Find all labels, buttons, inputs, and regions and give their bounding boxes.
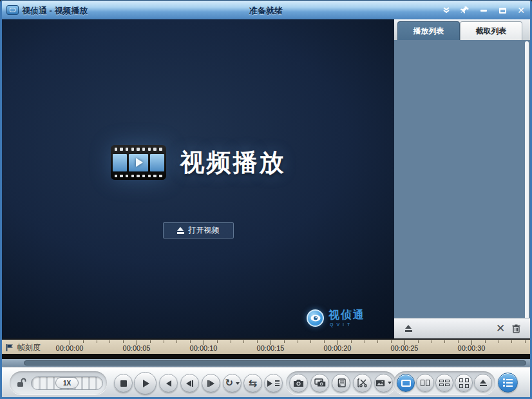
- scissors-icon: [357, 378, 368, 387]
- minimize-icon[interactable]: [478, 5, 489, 15]
- remove-icon: ✕: [496, 323, 505, 334]
- snapshot-button[interactable]: [289, 374, 308, 393]
- step-back-icon: [186, 380, 194, 387]
- play-icon: [143, 380, 149, 387]
- timeline-tick: [231, 340, 231, 343]
- split-4-view-button[interactable]: [435, 374, 453, 392]
- timeline-tick: [243, 340, 244, 343]
- timeline-mark: 00:00:00: [56, 344, 84, 352]
- capture-group: [286, 371, 396, 394]
- timeline-tick: [444, 340, 445, 343]
- speed-slider[interactable]: 1X: [31, 376, 103, 390]
- timeline-tick: [324, 340, 325, 343]
- video-display-area[interactable]: 视频播放 打开视频 视侦通 QVIT: [2, 19, 394, 338]
- collapse-icon[interactable]: [441, 5, 452, 15]
- pin-icon[interactable]: [459, 5, 471, 15]
- eject-icon: [405, 325, 412, 332]
- scrollbar-thumb[interactable]: [24, 360, 526, 365]
- panel-scrollbar[interactable]: [525, 41, 529, 335]
- step-back-button[interactable]: [180, 374, 199, 393]
- playlist-content[interactable]: [394, 40, 530, 318]
- timeline-tick: [83, 340, 84, 343]
- timeline-track[interactable]: [2, 354, 530, 359]
- camera-icon: [293, 379, 304, 387]
- single-view-button[interactable]: [397, 374, 415, 392]
- loop-mode-button[interactable]: ↻: [223, 374, 242, 393]
- open-video-button[interactable]: 打开视频: [163, 222, 234, 238]
- export-clip-button[interactable]: [374, 374, 393, 393]
- timeline-tick: [511, 340, 512, 343]
- timeline-mark: 00:00:30: [458, 344, 486, 352]
- timeline-tick: [109, 340, 110, 343]
- prev-button[interactable]: [159, 374, 178, 393]
- play-list-icon: [267, 380, 280, 387]
- open-video-label: 打开视频: [189, 225, 220, 236]
- playlist-toggle-button[interactable]: [498, 373, 518, 393]
- panel-remove-button[interactable]: ✕: [493, 321, 508, 336]
- timeline-tick: [391, 340, 392, 343]
- panel-open-button[interactable]: [401, 321, 416, 336]
- stop-button[interactable]: [114, 374, 133, 393]
- timeline-tick: [377, 340, 378, 343]
- timeline-tick: [458, 340, 459, 343]
- list-icon: [503, 378, 513, 387]
- play-segment-button[interactable]: [264, 374, 283, 393]
- horizontal-scrollbar: [2, 359, 530, 367]
- app-logo: 视频播放: [2, 145, 394, 180]
- timeline-tick: [164, 340, 164, 343]
- panel-delete-button[interactable]: [508, 321, 524, 336]
- tab-playlist[interactable]: 播放列表: [397, 21, 460, 40]
- eject-icon: [480, 380, 487, 387]
- timeline-tick: [310, 340, 311, 343]
- timeline-mark: 00:00:15: [257, 344, 285, 352]
- watermark-name: 视侦通: [328, 309, 365, 320]
- split-4-icon: [439, 380, 450, 386]
- tab-capture-list-label: 截取列表: [476, 26, 507, 37]
- timeline-tick: [257, 340, 258, 343]
- brand-watermark: 视侦通 QVIT: [307, 309, 365, 327]
- maximize-icon[interactable]: [497, 5, 508, 15]
- eject-icon: [177, 227, 184, 234]
- lock-open-icon[interactable]: [16, 378, 26, 388]
- frame-scale-label-wrap: 帧刻度: [6, 342, 41, 353]
- cut-clip-button[interactable]: [353, 374, 372, 393]
- burst-snapshot-button[interactable]: [310, 374, 329, 393]
- view-layout-group: [394, 371, 495, 394]
- timeline-tick: [217, 340, 218, 343]
- step-forward-button[interactable]: [202, 374, 220, 393]
- title-bar: 视侦通 - 视频播放 准备就绪 ✕: [0, 0, 532, 19]
- speed-value[interactable]: 1X: [55, 377, 79, 389]
- timeline-mark: 00:00:10: [190, 344, 218, 352]
- timeline-ruler[interactable]: 帧刻度 00:00:0000:00:0500:00:1000:00:1500:0…: [2, 338, 530, 354]
- grid-view-button[interactable]: [455, 374, 473, 392]
- play-icon: [136, 158, 143, 167]
- tab-capture-list[interactable]: 截取列表: [460, 21, 522, 40]
- loop-icon: ↻: [225, 378, 239, 388]
- frame-flag-icon: [6, 344, 14, 352]
- timeline-mark: 00:00:05: [123, 344, 151, 352]
- trash-icon: [512, 324, 520, 333]
- playlist-panel: 播放列表 截取列表 ✕: [394, 19, 530, 338]
- watermark-sub: QVIT: [328, 322, 365, 327]
- play-button[interactable]: [134, 372, 157, 394]
- window-controls: ✕: [441, 1, 527, 20]
- speed-control-group: 1X: [10, 371, 107, 394]
- single-view-icon: [401, 380, 411, 387]
- timeline-tick: [190, 340, 191, 343]
- stop-icon: [120, 380, 127, 387]
- timeline-tick: [176, 340, 177, 343]
- timeline-tick: [485, 340, 486, 343]
- eye-logo-icon: [307, 309, 324, 327]
- eject-button[interactable]: [474, 374, 492, 392]
- panel-tab-bar: 播放列表 截取列表: [394, 19, 530, 40]
- compare-button[interactable]: ⇆: [243, 374, 262, 393]
- video-clip-icon: [375, 380, 392, 387]
- backward-icon: [166, 380, 171, 387]
- timeline-tick: [97, 340, 97, 343]
- timeline-tick: [525, 340, 526, 343]
- grid-4-icon: [459, 378, 469, 388]
- timeline-tick: [365, 340, 365, 343]
- split-2-view-button[interactable]: [416, 374, 434, 392]
- close-icon[interactable]: ✕: [515, 5, 527, 15]
- save-frame-button[interactable]: [332, 374, 350, 393]
